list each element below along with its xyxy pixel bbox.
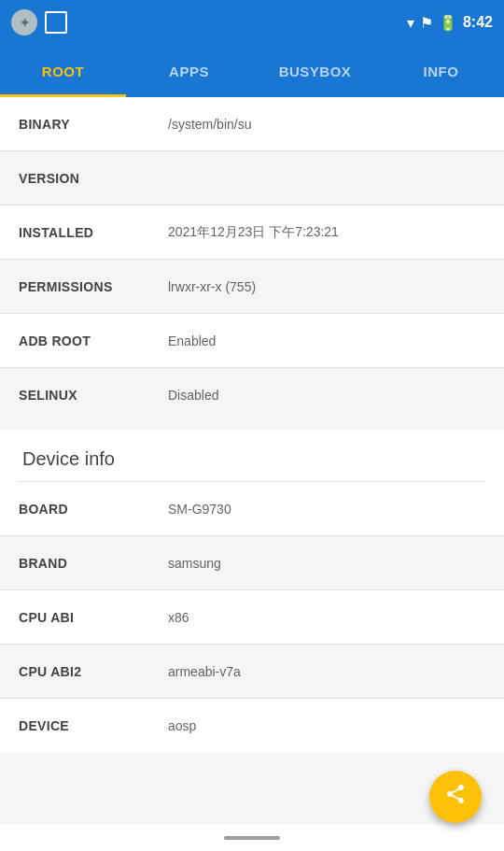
row-label: BINARY: [19, 117, 168, 132]
content-area: BINARY /system/bin/su VERSION INSTALLED …: [0, 97, 504, 851]
device-info-card: Device info BOARD SM-G9730 BRAND samsung…: [0, 430, 504, 753]
row-value: 2021年12月23日 下午7:23:21: [168, 224, 485, 241]
battery-icon: 🔋: [439, 14, 457, 32]
table-row: CPU ABI2 armeabi-v7a: [0, 645, 504, 699]
status-bar: ✦ ▾ ⚑ 🔋 8:42: [0, 0, 504, 45]
table-row: ADB ROOT Enabled: [0, 314, 504, 368]
bottom-nav-hint: [0, 825, 504, 851]
row-value: Disabled: [168, 388, 485, 403]
table-row: INSTALLED 2021年12月23日 下午7:23:21: [0, 206, 504, 260]
window-icon: [45, 11, 67, 34]
wifi-icon: ▾: [407, 14, 414, 32]
table-row: DEVICE aosp: [0, 699, 504, 753]
row-label: VERSION: [19, 171, 168, 186]
row-label: SELINUX: [19, 388, 168, 403]
app-icon: ✦: [11, 9, 37, 35]
tab-info[interactable]: INFO: [378, 45, 504, 97]
table-row: VERSION: [0, 151, 504, 206]
tab-root[interactable]: ROOT: [0, 45, 126, 97]
row-label: BOARD: [19, 502, 168, 517]
table-row: BRAND samsung: [0, 536, 504, 590]
row-value: Enabled: [168, 333, 485, 348]
signal-icon: ⚑: [420, 14, 433, 32]
share-fab[interactable]: [429, 771, 482, 823]
row-value: x86: [168, 610, 485, 625]
row-value: lrwxr-xr-x (755): [168, 279, 485, 294]
row-value: samsung: [168, 556, 485, 571]
table-row: BINARY /system/bin/su: [0, 97, 504, 151]
row-label: PERMISSIONS: [19, 279, 168, 294]
status-bar-right: ▾ ⚑ 🔋 8:42: [407, 14, 493, 32]
section-title: Device info: [22, 448, 115, 469]
table-row: PERMISSIONS lrwxr-xr-x (755): [0, 260, 504, 314]
row-value: armeabi-v7a: [168, 664, 485, 679]
row-label: DEVICE: [19, 718, 168, 733]
tab-busybox[interactable]: BUSYBOX: [252, 45, 378, 97]
table-row: CPU ABI x86: [0, 590, 504, 645]
row-label: ADB ROOT: [19, 333, 168, 348]
nav-bar-indicator: [224, 836, 280, 840]
row-label: BRAND: [19, 556, 168, 571]
section-header: Device info: [0, 430, 504, 481]
share-icon: [444, 783, 467, 811]
row-value: /system/bin/su: [168, 117, 485, 132]
row-value: aosp: [168, 718, 485, 733]
row-label: CPU ABI: [19, 610, 168, 625]
root-info-card: BINARY /system/bin/su VERSION INSTALLED …: [0, 97, 504, 422]
row-label: CPU ABI2: [19, 664, 168, 679]
table-row: SELINUX Disabled: [0, 368, 504, 422]
tab-apps[interactable]: APPS: [126, 45, 252, 97]
table-row: BOARD SM-G9730: [0, 482, 504, 536]
row-value: SM-G9730: [168, 502, 485, 517]
clock: 8:42: [463, 14, 493, 31]
row-label: INSTALLED: [19, 225, 168, 240]
status-bar-left: ✦: [11, 9, 67, 35]
tab-bar: ROOT APPS BUSYBOX INFO: [0, 45, 504, 97]
